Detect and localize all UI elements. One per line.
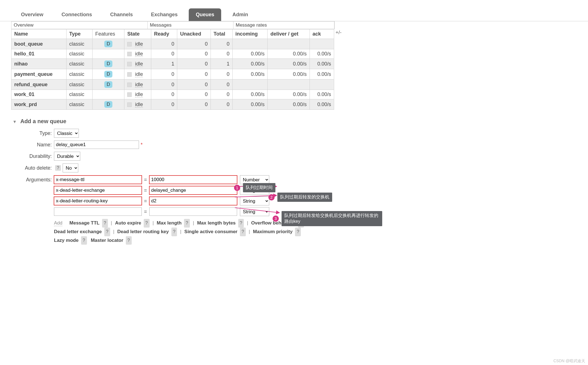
queue-incoming: 0.00/s <box>232 99 268 110</box>
add-queue-title-text: Add a new queue <box>20 118 66 124</box>
autodelete-label: Auto delete: <box>11 165 54 171</box>
argument-key-input[interactable] <box>54 197 142 205</box>
col-total[interactable]: Total <box>211 29 232 39</box>
col-name[interactable]: Name <box>11 29 67 39</box>
tab-overview[interactable]: Overview <box>14 8 50 21</box>
hint-lazy[interactable]: Lazy mode <box>54 238 79 243</box>
hint-max-priority[interactable]: Maximum priority <box>253 229 293 234</box>
col-ack[interactable]: ack <box>310 29 334 39</box>
group-overview: Overview <box>11 22 148 29</box>
help-icon[interactable]: ? <box>81 236 87 245</box>
queue-type: classic <box>66 90 92 99</box>
hint-max-length[interactable]: Max length <box>157 220 182 226</box>
col-incoming[interactable]: incoming <box>232 29 268 39</box>
argument-value-input[interactable] <box>149 186 237 195</box>
queue-name[interactable]: work_01 <box>11 90 67 99</box>
queue-unacked: 0 <box>177 59 211 69</box>
durability-select[interactable]: Durable <box>54 152 80 161</box>
hint-dlx[interactable]: Dead letter exchange <box>54 229 102 234</box>
col-type[interactable]: Type <box>66 29 92 39</box>
queue-incoming: 0.00/s <box>232 90 268 99</box>
argument-value-input[interactable] <box>149 197 237 205</box>
queue-name[interactable]: work_prd <box>11 99 67 110</box>
argument-key-input[interactable] <box>54 176 142 184</box>
col-features[interactable]: Features <box>92 29 124 39</box>
help-icon[interactable]: ? <box>104 228 110 236</box>
hint-auto-expire[interactable]: Auto expire <box>115 220 141 226</box>
durable-badge: D <box>104 71 112 78</box>
type-select[interactable]: Classic <box>54 129 79 138</box>
hint-sac[interactable]: Single active consumer <box>184 229 237 234</box>
table-row: hello_01classicidle0000.00/s0.00/s0.00/s <box>11 49 334 59</box>
queue-deliver: 0.00/s <box>268 49 310 59</box>
queue-name[interactable]: nihao <box>11 59 67 69</box>
queue-ack: 0.00/s <box>310 69 334 79</box>
tab-exchanges[interactable]: Exchanges <box>144 8 185 21</box>
chevron-down-icon: ▼ <box>13 119 17 124</box>
hint-msg-ttl[interactable]: Message TTL <box>69 220 100 226</box>
help-icon[interactable]: ? <box>238 219 244 228</box>
queue-ready: 0 <box>151 90 177 99</box>
queue-name[interactable]: hello_01 <box>11 49 67 59</box>
tab-bar: Overview Connections Channels Exchanges … <box>0 8 588 21</box>
hint-dlrk[interactable]: Dead letter routing key <box>117 229 169 234</box>
help-icon[interactable]: ? <box>171 228 177 236</box>
queue-name[interactable]: refund_queue <box>11 79 67 90</box>
argument-key-input[interactable] <box>54 207 142 216</box>
col-state[interactable]: State <box>124 29 151 39</box>
queues-table: Name Type Features State Ready Unacked T… <box>11 29 334 110</box>
add-queue-section-title[interactable]: ▼ Add a new queue <box>13 118 588 125</box>
argument-type-select[interactable]: String <box>240 207 269 216</box>
argument-row: =String <box>54 186 269 195</box>
help-icon[interactable]: ? <box>184 219 190 228</box>
queue-deliver: 0.00/s <box>268 59 310 69</box>
queue-state: idle <box>124 49 151 59</box>
queue-deliver <box>268 39 310 49</box>
tab-channels[interactable]: Channels <box>103 8 140 21</box>
queue-total: 0 <box>211 69 232 79</box>
queue-features: D <box>92 69 124 79</box>
tab-admin[interactable]: Admin <box>225 8 255 21</box>
help-icon[interactable]: ? <box>102 219 108 228</box>
hint-master[interactable]: Master locator <box>91 238 123 243</box>
queue-incoming: 0.00/s <box>232 69 268 79</box>
queue-features: D <box>92 79 124 90</box>
queue-type: classic <box>66 39 92 49</box>
argument-type-select[interactable]: Number <box>240 175 269 184</box>
argument-row: =String <box>54 196 269 205</box>
col-unacked[interactable]: Unacked <box>177 29 211 39</box>
argument-type-select[interactable]: String <box>240 196 269 205</box>
help-icon[interactable]: ? <box>144 219 150 228</box>
queue-ack <box>310 79 334 90</box>
hint-max-length-bytes[interactable]: Max length bytes <box>197 220 236 226</box>
name-input[interactable] <box>54 141 139 149</box>
help-icon[interactable]: ? <box>240 228 246 236</box>
help-icon[interactable]: ? <box>126 236 132 245</box>
autodelete-help-icon[interactable]: ? <box>55 165 61 171</box>
columns-toggle[interactable]: +/- <box>336 29 342 36</box>
state-indicator-icon <box>127 62 132 66</box>
argument-value-input[interactable] <box>149 207 237 216</box>
argument-key-input[interactable] <box>54 186 142 195</box>
argument-value-input[interactable] <box>149 176 237 184</box>
col-deliver[interactable]: deliver / get <box>268 29 310 39</box>
queue-type: classic <box>66 69 92 79</box>
help-icon[interactable]: ? <box>298 219 304 228</box>
queue-name[interactable]: boot_queue <box>11 39 67 49</box>
argument-type-select[interactable]: String <box>240 186 269 195</box>
add-argument-link[interactable]: Add <box>54 220 62 226</box>
col-ready[interactable]: Ready <box>151 29 177 39</box>
queue-ack: 0.00/s <box>310 90 334 99</box>
state-indicator-icon <box>127 83 132 87</box>
autodelete-select[interactable]: No <box>63 163 78 172</box>
tab-connections[interactable]: Connections <box>55 8 99 21</box>
durability-label: Durability: <box>11 153 54 159</box>
tab-queues[interactable]: Queues <box>189 8 221 21</box>
queue-name[interactable]: payment_queue <box>11 69 67 79</box>
arguments-label: Arguments: <box>11 175 54 183</box>
argument-row: =String <box>54 207 269 216</box>
help-icon[interactable]: ? <box>295 228 301 236</box>
hint-overflow[interactable]: Overflow behaviour <box>251 220 296 226</box>
queue-deliver: 0.00/s <box>268 90 310 99</box>
queue-ack <box>310 39 334 49</box>
